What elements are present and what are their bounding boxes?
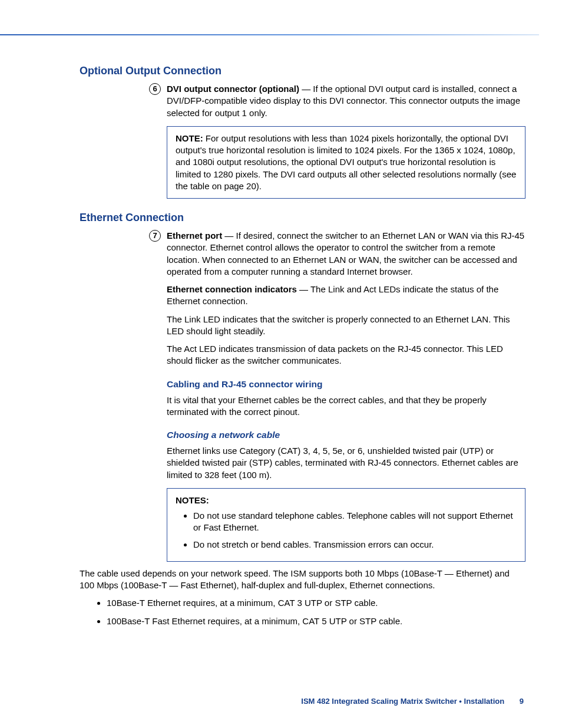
top-rule-divider bbox=[0, 34, 539, 35]
heading-ethernet: Ethernet Connection bbox=[80, 212, 525, 224]
callout-number-7-icon: 7 bbox=[149, 230, 161, 242]
after-notes-paragraph: The cable used depends on your network s… bbox=[80, 568, 525, 592]
after-notes-block: The cable used depends on your network s… bbox=[80, 568, 525, 627]
heading-optional-output: Optional Output Connection bbox=[80, 65, 525, 77]
note-box-dvi: NOTE: For output resolutions with less t… bbox=[167, 126, 525, 199]
callout-block-6: 6 DVI output connector (optional) — If t… bbox=[167, 83, 525, 199]
page-footer: ISM 482 Integrated Scaling Matrix Switch… bbox=[301, 697, 524, 706]
act-led-paragraph: The Act LED indicates transmission of da… bbox=[167, 343, 525, 367]
cable-item-2: 100Base-T Fast Ethernet requires, at a m… bbox=[107, 615, 525, 627]
ethernet-indicators-paragraph: Ethernet connection indicators — The Lin… bbox=[167, 284, 525, 308]
link-led-paragraph: The Link LED indicates that the switcher… bbox=[167, 314, 525, 338]
callout-number-6-icon: 6 bbox=[149, 83, 161, 95]
notes-list: Do not use standard telephone cables. Te… bbox=[176, 510, 517, 551]
cabling-paragraph: It is vital that your Ethernet cables be… bbox=[167, 394, 525, 419]
notes-item-1: Do not use standard telephone cables. Te… bbox=[193, 510, 517, 534]
cable-item-1: 10Base-T Ethernet requires, at a minimum… bbox=[107, 597, 525, 609]
dvi-output-lead-bold: DVI output connector (optional) bbox=[167, 84, 299, 94]
note-label: NOTE: bbox=[176, 133, 203, 143]
ethernet-port-paragraph: Ethernet port — If desired, connect the … bbox=[167, 230, 525, 278]
callout-block-7: 7 Ethernet port — If desired, connect th… bbox=[167, 230, 525, 562]
note-text: For output resolutions with less than 10… bbox=[176, 133, 516, 191]
notes-label: NOTES: bbox=[176, 495, 209, 505]
page-content: Optional Output Connection 6 DVI output … bbox=[80, 65, 525, 633]
dvi-output-paragraph: DVI output connector (optional) — If the… bbox=[167, 83, 525, 119]
subheading-choosing-cable: Choosing a network cable bbox=[167, 430, 525, 440]
page-number: 9 bbox=[520, 697, 524, 706]
footer-title: ISM 482 Integrated Scaling Matrix Switch… bbox=[301, 697, 504, 706]
choosing-cable-paragraph: Ethernet links use Category (CAT) 3, 4, … bbox=[167, 445, 525, 481]
ethernet-indicators-bold: Ethernet connection indicators bbox=[167, 284, 297, 294]
subheading-cabling: Cabling and RJ-45 connector wiring bbox=[167, 379, 525, 390]
notes-item-2: Do not stretch or bend cables. Transmiss… bbox=[193, 539, 517, 551]
cable-requirements-list: 10Base-T Ethernet requires, at a minimum… bbox=[80, 597, 525, 627]
notes-box-cabling: NOTES: Do not use standard telephone cab… bbox=[167, 488, 525, 562]
ethernet-port-bold: Ethernet port bbox=[167, 230, 222, 241]
